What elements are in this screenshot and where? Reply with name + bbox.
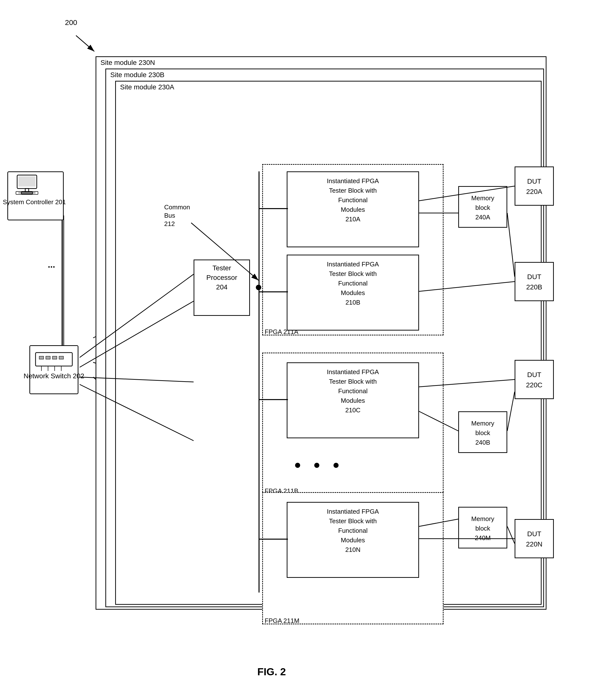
fig-label: FIG. 2 xyxy=(257,666,286,678)
dut-220A-label: DUT220A xyxy=(515,176,554,197)
system-controller-label: System Controller 201 xyxy=(2,198,66,206)
ellipsis: ... xyxy=(48,260,55,270)
bus-to-210B xyxy=(258,291,288,292)
svg-line-2 xyxy=(76,36,95,51)
computer-icon xyxy=(14,174,40,196)
ref-200: 200 xyxy=(65,18,77,27)
bus-to-210A xyxy=(258,208,288,209)
bus-dot-1 xyxy=(256,285,261,290)
svg-rect-33 xyxy=(39,356,44,359)
block-210A-label: Instantiated FPGATester Block withFuncti… xyxy=(287,176,419,224)
block-210C-label: Instantiated FPGATester Block withFuncti… xyxy=(287,367,419,415)
svg-rect-36 xyxy=(59,356,63,359)
block-210N-label: Instantiated FPGATester Block withFuncti… xyxy=(287,507,419,554)
memory-240B-label: Memoryblock240B xyxy=(458,419,507,447)
bus-to-210N xyxy=(258,539,288,540)
three-dots: ● ● ● xyxy=(294,458,344,471)
network-switch-icon xyxy=(33,348,75,375)
dut-220N-label: DUT220N xyxy=(515,529,554,549)
block-210B-label: Instantiated FPGATester Block withFuncti… xyxy=(287,260,419,307)
common-bus-line xyxy=(258,171,259,592)
tester-processor-label: TesterProcessor204 xyxy=(194,263,250,292)
fpga-211M-label: FPGA 211M xyxy=(265,617,299,625)
svg-rect-28 xyxy=(21,192,33,194)
svg-rect-26 xyxy=(18,176,36,187)
dut-220C-label: DUT220C xyxy=(515,370,554,390)
site-module-230B-label: Site module 230B xyxy=(110,71,164,79)
site-module-230N-label: Site module 230N xyxy=(101,59,155,67)
network-switch-label: Network Switch 202 xyxy=(21,372,87,380)
svg-rect-35 xyxy=(53,356,57,359)
bus-to-210C xyxy=(258,399,288,400)
diagram: 200 Site module 230N Site module 230B Si… xyxy=(0,0,607,700)
site-module-230A-label: Site module 230A xyxy=(120,83,174,91)
svg-rect-34 xyxy=(46,356,50,359)
memory-240A-label: Memoryblock240A xyxy=(458,193,507,222)
memory-240M-label: Memoryblock240M xyxy=(458,514,507,543)
dut-220B-label: DUT220B xyxy=(515,272,554,292)
common-bus-label: CommonBus212 xyxy=(164,203,190,228)
